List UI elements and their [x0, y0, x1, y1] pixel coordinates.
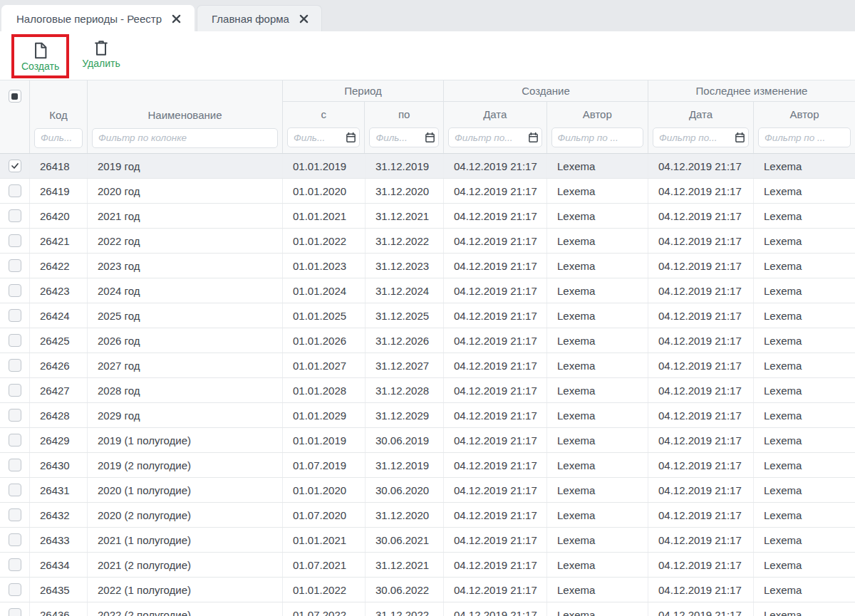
cell-modified-date: 04.12.2019 21:17: [648, 254, 754, 278]
row-checkbox[interactable]: [9, 558, 21, 571]
indeterminate-mark: [11, 93, 18, 100]
delete-button[interactable]: Удалить: [75, 34, 127, 73]
column-modified-author: Автор: [754, 102, 855, 153]
cell-period-from: 01.01.2021: [283, 528, 366, 552]
row-checkbox[interactable]: [9, 608, 21, 616]
table-row[interactable]: 26430 2019 (2 полугодие) 01.07.2019 31.1…: [0, 453, 855, 478]
cell-period-to: 31.12.2019: [366, 453, 444, 477]
group-modified: Последнее изменение Дата: [648, 80, 855, 153]
cell-period-to: 31.12.2022: [366, 229, 444, 253]
cell-created-author: Lexema: [547, 553, 648, 577]
cell-code: 26427: [30, 378, 88, 402]
cell-period-from: 01.01.2026: [283, 328, 366, 353]
row-checkbox[interactable]: [9, 184, 21, 197]
cell-code: 26418: [30, 154, 88, 178]
cell-modified-author: Lexema: [754, 278, 855, 303]
table-row[interactable]: 26427 2028 год 01.01.2028 31.12.2028 04.…: [0, 378, 855, 403]
row-checkbox-cell: [0, 553, 30, 577]
cell-code: 26424: [30, 303, 88, 328]
cell-created-author: Lexema: [547, 503, 648, 527]
cell-modified-date: 04.12.2019 21:17: [648, 578, 754, 602]
cell-period-to: 31.12.2021: [366, 204, 444, 228]
cell-modified-author: Lexema: [754, 503, 855, 527]
table-row[interactable]: 26434 2021 (2 полугодие) 01.07.2021 31.1…: [0, 553, 855, 578]
select-all-checkbox[interactable]: [9, 90, 21, 103]
calendar-icon[interactable]: [346, 132, 356, 143]
table-row[interactable]: 26436 2022 (2 полугодие) 01.07.2022 31.1…: [0, 602, 855, 616]
row-checkbox-cell: [0, 528, 30, 552]
table-row[interactable]: 26433 2021 (1 полугодие) 01.01.2021 30.0…: [0, 528, 855, 553]
row-checkbox[interactable]: [9, 259, 21, 272]
column-header-name: Наименование: [88, 103, 282, 126]
cell-created-date: 04.12.2019 21:17: [444, 478, 547, 502]
filter-created-author-input[interactable]: [551, 127, 644, 147]
row-checkbox[interactable]: [9, 309, 21, 322]
cell-name: 2019 (2 полугодие): [88, 453, 283, 477]
calendar-icon[interactable]: [528, 132, 539, 143]
table-row[interactable]: 26420 2021 год 01.01.2021 31.12.2021 04.…: [0, 204, 855, 229]
row-checkbox[interactable]: [9, 160, 21, 172]
table-row[interactable]: 26428 2029 год 01.01.2029 31.12.2029 04.…: [0, 403, 855, 428]
close-icon[interactable]: [299, 14, 309, 24]
cell-period-from: 01.01.2022: [283, 578, 366, 602]
table-row[interactable]: 26418 2019 год 01.01.2019 31.12.2019 04.…: [0, 154, 855, 179]
cell-created-author: Lexema: [547, 154, 648, 178]
table-row[interactable]: 26424 2025 год 01.01.2025 31.12.2025 04.…: [0, 303, 855, 328]
tab-tax-periods[interactable]: Налоговые периоды - Реестр: [1, 5, 195, 31]
row-checkbox[interactable]: [9, 484, 21, 496]
cell-created-date: 04.12.2019 21:17: [444, 528, 547, 552]
calendar-icon[interactable]: [735, 132, 745, 143]
row-checkbox[interactable]: [9, 359, 21, 372]
cell-name: 2028 год: [88, 378, 283, 402]
row-checkbox[interactable]: [9, 209, 21, 222]
cell-modified-date: 04.12.2019 21:17: [648, 478, 754, 502]
row-checkbox[interactable]: [9, 384, 21, 397]
cell-name: 2020 (1 полугодие): [88, 478, 283, 502]
row-checkbox[interactable]: [9, 284, 21, 297]
cell-code: 26436: [30, 602, 88, 616]
calendar-icon[interactable]: [425, 132, 435, 143]
row-checkbox[interactable]: [9, 583, 21, 596]
filter-name-input[interactable]: [92, 128, 278, 148]
column-name: Наименование: [88, 80, 283, 153]
toolbar: Создать Удалить: [0, 31, 855, 80]
cell-period-from: 01.01.2027: [283, 353, 366, 377]
close-icon[interactable]: [172, 14, 181, 24]
table-row[interactable]: 26421 2022 год 01.01.2022 31.12.2022 04.…: [0, 229, 855, 254]
table-row[interactable]: 26429 2019 (1 полугодие) 01.01.2019 30.0…: [0, 428, 855, 453]
cell-created-date: 04.12.2019 21:17: [444, 403, 547, 427]
row-checkbox[interactable]: [9, 409, 21, 422]
table-row[interactable]: 26426 2027 год 01.01.2027 31.12.2027 04.…: [0, 353, 855, 378]
table-row[interactable]: 26425 2026 год 01.01.2026 31.12.2026 04.…: [0, 328, 855, 353]
row-checkbox[interactable]: [9, 334, 21, 347]
row-checkbox-cell: [0, 503, 30, 527]
cell-name: 2021 год: [88, 204, 283, 228]
cell-code: 26431: [30, 478, 88, 502]
table-row[interactable]: 26423 2024 год 01.01.2024 31.12.2024 04.…: [0, 278, 855, 303]
column-header-to: по: [365, 102, 443, 126]
table-row[interactable]: 26431 2020 (1 полугодие) 01.01.2020 30.0…: [0, 478, 855, 503]
cell-name: 2020 (2 полугодие): [88, 503, 283, 527]
filter-modified-author-input[interactable]: [758, 127, 851, 147]
row-checkbox[interactable]: [9, 459, 21, 471]
cell-period-to: 31.12.2027: [366, 353, 444, 377]
row-checkbox[interactable]: [9, 508, 21, 521]
table-row[interactable]: 26432 2020 (2 полугодие) 01.07.2020 31.1…: [0, 503, 855, 528]
column-header-modified-author: Автор: [754, 102, 855, 126]
create-button[interactable]: Создать: [14, 37, 66, 75]
tab-main-form[interactable]: Главная форма: [197, 5, 322, 31]
cell-created-date: 04.12.2019 21:17: [444, 428, 547, 452]
table-row[interactable]: 26422 2023 год 01.01.2023 31.12.2023 04.…: [0, 254, 855, 278]
cell-period-from: 01.01.2019: [283, 154, 366, 178]
table-row[interactable]: 26419 2020 год 01.01.2020 31.12.2020 04.…: [0, 179, 855, 204]
filter-code-input[interactable]: [34, 128, 83, 148]
select-all-cell: [0, 80, 30, 153]
row-checkbox-cell: [0, 154, 30, 178]
cell-created-date: 04.12.2019 21:17: [444, 503, 547, 527]
row-checkbox-cell: [0, 254, 30, 278]
row-checkbox[interactable]: [9, 434, 21, 447]
row-checkbox[interactable]: [9, 533, 21, 546]
table-row[interactable]: 26435 2022 (1 полугодие) 01.01.2022 30.0…: [0, 578, 855, 602]
row-checkbox-cell: [0, 204, 30, 228]
row-checkbox[interactable]: [9, 234, 21, 247]
